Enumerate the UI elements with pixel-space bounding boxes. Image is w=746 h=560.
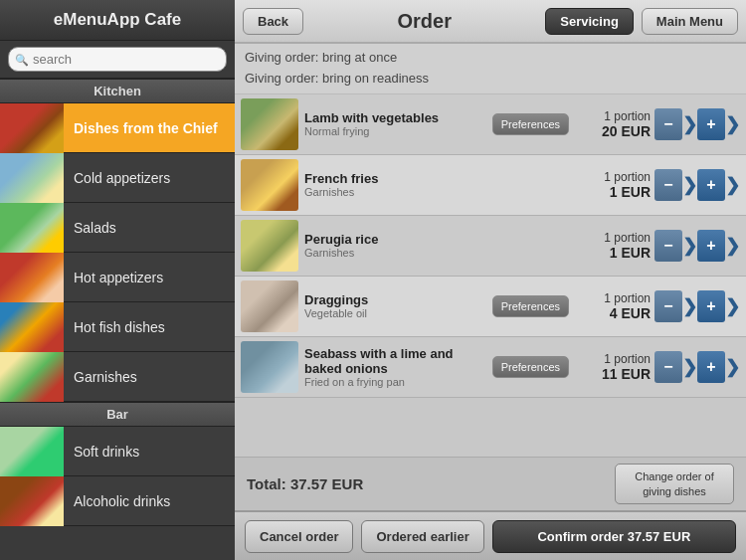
ordered-earlier-button[interactable]: Ordered earlier [361, 520, 483, 553]
qty-plus-5[interactable]: + [697, 351, 725, 383]
qty-plus-1[interactable]: + [697, 108, 725, 140]
order-item-qty-5: 1 portion 11 EUR [575, 352, 654, 382]
app-title: eMenuApp Cafe [0, 0, 235, 41]
order-item-3: Perugia rice Garnishes 1 portion 1 EUR −… [235, 216, 746, 277]
sidebar-label-soft: Soft drinks [64, 444, 139, 460]
sidebar-item-garnishes[interactable]: Garnishes [0, 352, 235, 402]
order-item-1: Lamb with vegetables Normal frying Prefe… [235, 94, 746, 155]
order-item-info-4: Draggings Vegetable oil [304, 292, 492, 319]
sidebar-thumb-dishes [0, 103, 64, 153]
sidebar-label-garnishes: Garnishes [64, 369, 137, 385]
sidebar-thumb-alcohol [0, 476, 64, 526]
chevron2-1: ❯ [725, 113, 740, 135]
order-info: Giving order: bring at once Giving order… [235, 44, 746, 94]
kitchen-items: Dishes from the Chief Cold appetizers Sa… [0, 103, 235, 402]
bottom-bar: Cancel order Ordered earlier Confirm ord… [235, 510, 746, 560]
qty-minus-3[interactable]: − [654, 230, 682, 262]
sidebar-thumb-soft [0, 427, 64, 476]
order-item-sub-5: Fried on a frying pan [304, 376, 486, 388]
qty-controls-2: − ❯ + ❯ [654, 169, 740, 201]
order-thumb-2 [241, 159, 298, 211]
order-info-line2: Giving order: bring on readiness [245, 69, 736, 90]
chevron-3: ❯ [682, 235, 697, 257]
order-item-qty-2: 1 portion 1 EUR [575, 170, 654, 200]
sidebar-item-soft[interactable]: Soft drinks [0, 427, 235, 476]
order-item-name-4: Draggings [304, 292, 486, 307]
order-title: Order [311, 10, 537, 33]
qty-controls-5: − ❯ + ❯ [654, 351, 740, 383]
order-thumb-1 [241, 98, 298, 150]
qty-plus-4[interactable]: + [697, 290, 725, 322]
sidebar-label-alcohol: Alcoholic drinks [64, 493, 170, 509]
order-item-qty-3: 1 portion 1 EUR [575, 231, 654, 261]
chevron-4: ❯ [682, 295, 697, 317]
order-item-name-3: Perugia rice [304, 232, 489, 247]
sidebar-thumb-salads [0, 203, 64, 253]
order-thumb-4 [241, 280, 298, 332]
order-item-4: Draggings Vegetable oil Preferences 1 po… [235, 277, 746, 337]
qty-minus-1[interactable]: − [654, 108, 682, 140]
sidebar-item-hotfish[interactable]: Hot fish dishes [0, 302, 235, 352]
sidebar-label-dishes: Dishes from the Chief [64, 120, 218, 136]
sidebar-item-salads[interactable]: Salads [0, 203, 235, 253]
chevron2-2: ❯ [725, 174, 740, 196]
order-item-qty-4: 1 portion 4 EUR [575, 291, 654, 321]
qty-controls-1: − ❯ + ❯ [654, 108, 740, 140]
order-item-name-5: Seabass with a lime and baked onions [304, 346, 486, 376]
search-input[interactable] [8, 47, 227, 72]
kitchen-section-header: Kitchen [0, 79, 235, 103]
sidebar-label-hotfish: Hot fish dishes [64, 319, 165, 335]
order-item-qty-1: 1 portion 20 EUR [575, 109, 654, 139]
order-thumb-3 [241, 220, 298, 272]
change-order-button[interactable]: Change order of giving dishes [615, 464, 734, 504]
qty-minus-4[interactable]: − [654, 290, 682, 322]
order-item-info-3: Perugia rice Garnishes [304, 232, 495, 259]
cancel-order-button[interactable]: Cancel order [245, 520, 353, 553]
chevron2-3: ❯ [725, 235, 740, 257]
order-item-2: French fries Garnishes 1 portion 1 EUR −… [235, 155, 746, 216]
qty-controls-3: − ❯ + ❯ [654, 230, 740, 262]
main-menu-button[interactable]: Main Menu [642, 8, 738, 35]
pref-button-4[interactable]: Preferences [492, 295, 569, 317]
chevron-1: ❯ [682, 113, 697, 135]
main-area: Back Order Servicing Main Menu Giving or… [235, 0, 746, 560]
sidebar-thumb-hotfish [0, 302, 64, 352]
qty-minus-5[interactable]: − [654, 351, 682, 383]
order-thumb-5 [241, 341, 298, 393]
sidebar-item-dishes[interactable]: Dishes from the Chief [0, 103, 235, 153]
order-item-sub-2: Garnishes [304, 186, 489, 198]
bar-section-header: Bar [0, 402, 235, 427]
sidebar: eMenuApp Cafe Kitchen Dishes from the Ch… [0, 0, 235, 560]
sidebar-item-hotapp[interactable]: Hot appetizers [0, 253, 235, 302]
order-info-line1: Giving order: bring at once [245, 48, 736, 69]
servicing-button[interactable]: Servicing [545, 8, 634, 35]
pref-button-1[interactable]: Preferences [492, 113, 569, 135]
qty-minus-2[interactable]: − [654, 169, 682, 201]
sidebar-label-salads: Salads [64, 220, 116, 236]
order-item-name-1: Lamb with vegetables [304, 110, 486, 125]
sidebar-label-hotapp: Hot appetizers [64, 270, 163, 285]
qty-plus-2[interactable]: + [697, 169, 725, 201]
bar-items: Soft drinks Alcoholic drinks [0, 427, 235, 526]
confirm-order-button[interactable]: Confirm order 37.57 EUR [492, 520, 736, 553]
chevron2-5: ❯ [725, 356, 740, 378]
back-button[interactable]: Back [243, 8, 303, 35]
order-item-name-2: French fries [304, 171, 489, 186]
order-item-5: Seabass with a lime and baked onions Fri… [235, 337, 746, 398]
chevron-2: ❯ [682, 174, 697, 196]
sidebar-thumb-hotapp [0, 253, 64, 302]
order-item-sub-3: Garnishes [304, 247, 489, 259]
pref-button-5[interactable]: Preferences [492, 356, 569, 378]
sidebar-label-cold: Cold appetizers [64, 170, 170, 186]
sidebar-item-alcohol[interactable]: Alcoholic drinks [0, 476, 235, 526]
chevron2-4: ❯ [725, 295, 740, 317]
sidebar-item-cold[interactable]: Cold appetizers [0, 153, 235, 203]
sidebar-thumb-cold [0, 153, 64, 203]
order-item-info-1: Lamb with vegetables Normal frying [304, 110, 492, 137]
top-bar: Back Order Servicing Main Menu [235, 0, 746, 44]
chevron-5: ❯ [682, 356, 697, 378]
order-item-sub-4: Vegetable oil [304, 307, 486, 319]
qty-plus-3[interactable]: + [697, 230, 725, 262]
items-list: Lamb with vegetables Normal frying Prefe… [235, 94, 746, 458]
search-bar [0, 41, 235, 79]
